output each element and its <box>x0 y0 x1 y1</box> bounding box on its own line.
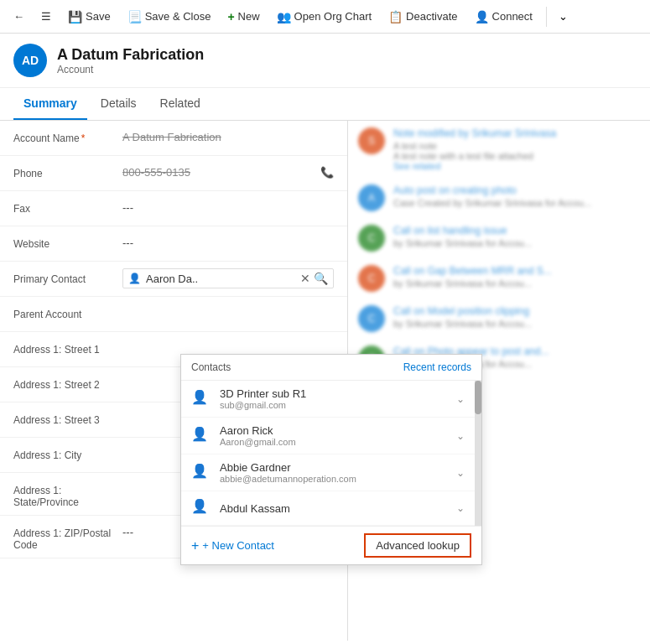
activity-item-0: S Note modified by Srikumar Srinivasa A … <box>358 127 640 171</box>
value-website: --- <box>122 233 334 249</box>
field-parent-account: Parent Account <box>0 297 347 332</box>
contact-icon-2: 👤 <box>191 463 211 483</box>
contacts-label: Contacts <box>191 361 231 373</box>
new-button[interactable]: + New <box>221 7 266 27</box>
deactivate-button[interactable]: 📋 Deactivate <box>382 7 464 27</box>
contact-name-1: Aaron Rick <box>220 424 456 437</box>
tab-summary[interactable]: Summary <box>13 88 87 120</box>
record-title: A Datum Fabrication <box>57 46 204 64</box>
lookup-search-button[interactable]: 🔍 <box>314 272 328 285</box>
value-parent-account <box>122 304 334 307</box>
contact-icon-0: 👤 <box>191 389 211 409</box>
activity-title-3: Call on Gap Between MRR and S... <box>393 265 640 277</box>
contact-item-3[interactable]: 👤 Abdul Kassam ⌄ <box>181 491 475 526</box>
label-state: Address 1:State/Province <box>13 480 122 508</box>
activity-avatar-1: A <box>358 184 385 211</box>
expand-icon-0[interactable]: ⌄ <box>456 393 465 405</box>
activity-title-1: Auto post on creating photo <box>393 184 640 196</box>
contact-lookup-icon: 👤 <box>128 273 141 284</box>
field-website: Website --- <box>0 226 347 262</box>
activity-desc-0: A test note <box>393 141 640 151</box>
activity-item-4: C Call on Model position clipping by Sri… <box>358 305 640 332</box>
phone-icon[interactable]: 📞 <box>320 163 334 179</box>
advanced-lookup-button[interactable]: Advanced lookup <box>364 533 471 558</box>
value-account-name: A Datum Fabrication <box>122 127 334 143</box>
label-account-name: Account Name* <box>13 127 122 144</box>
contact-item-1[interactable]: 👤 Aaron Rick Aaron@gmail.com ⌄ <box>181 418 475 454</box>
label-parent-account: Parent Account <box>13 304 122 320</box>
primary-contact-value: Aaron Da.. <box>146 273 300 285</box>
toolbar-divider <box>546 7 547 27</box>
contact-email-2: abbie@adetumannoperation.com <box>220 474 456 484</box>
label-city: Address 1: City <box>13 444 122 461</box>
toolbar: ← ☰ 💾 Save 📃 Save & Close + New 👥 Open O… <box>0 0 650 34</box>
record-info: A Datum Fabrication Account <box>57 46 204 75</box>
lookup-clear-button[interactable]: ✕ <box>300 272 310 285</box>
value-address-street-1 <box>122 339 334 342</box>
activity-item-1: A Auto post on creating photo Case Creat… <box>358 184 640 211</box>
tab-related[interactable]: Related <box>150 88 211 120</box>
field-fax: Fax --- <box>0 191 347 226</box>
contact-info-1: Aaron Rick Aaron@gmail.com <box>220 424 456 447</box>
contact-name-0: 3D Printer sub R1 <box>220 387 456 400</box>
field-primary-contact: Primary Contact 👤 Aaron Da.. ✕ 🔍 <box>0 262 347 297</box>
activity-desc-3: by Srikumar Srinivasa for Accou... <box>393 278 640 288</box>
new-contact-plus-icon: + <box>191 538 199 553</box>
back-button[interactable]: ← <box>7 7 31 26</box>
expand-icon-1[interactable]: ⌄ <box>456 430 465 442</box>
activity-title-0: Note modified by Srikumar Srinivasa <box>393 127 640 139</box>
org-chart-button[interactable]: 👥 Open Org Chart <box>270 7 379 27</box>
dropdown-footer: + + New Contact Advanced lookup <box>181 526 481 564</box>
view-button[interactable]: ☰ <box>34 7 58 26</box>
label-zip: Address 1: ZIP/Postal Code <box>13 522 122 551</box>
required-marker: * <box>81 132 86 144</box>
contact-name-3: Abdul Kassam <box>220 502 456 515</box>
activity-title-2: Call on list handling issue <box>393 225 640 236</box>
label-address-street-1: Address 1: Street 1 <box>13 339 122 356</box>
activity-desc-1: Case Created by Srikumar Srinivasa for A… <box>393 198 640 208</box>
label-phone: Phone <box>13 163 122 179</box>
contact-item-2[interactable]: 👤 Abbie Gardner abbie@adetumannoperation… <box>181 454 475 491</box>
contact-icon-1: 👤 <box>191 426 211 446</box>
activity-link-0[interactable]: See related <box>393 161 640 171</box>
toolbar-more-button[interactable]: ⌄ <box>554 7 573 26</box>
value-fax: --- <box>122 198 334 214</box>
activity-item-2: C Call on list handling issue by Srikuma… <box>358 225 640 252</box>
save-icon: 💾 <box>68 10 82 23</box>
expand-icon-3[interactable]: ⌄ <box>456 502 465 514</box>
contact-email-0: sub@gmail.com <box>220 400 456 410</box>
contact-info-0: 3D Printer sub R1 sub@gmail.com <box>220 387 456 410</box>
activity-body-3: Call on Gap Between MRR and S... by Srik… <box>393 265 640 292</box>
record-subtitle: Account <box>57 64 204 75</box>
contact-info-2: Abbie Gardner abbie@adetumannoperation.c… <box>220 461 456 484</box>
recent-records-label[interactable]: Recent records <box>403 361 471 373</box>
activity-avatar-4: C <box>358 305 385 332</box>
label-website: Website <box>13 233 122 250</box>
connect-icon: 👤 <box>475 10 489 23</box>
save-button[interactable]: 💾 Save <box>61 7 117 27</box>
back-icon: ← <box>13 10 24 23</box>
activity-body-0: Note modified by Srikumar Srinivasa A te… <box>393 127 640 171</box>
avatar: AD <box>13 44 47 77</box>
field-phone: Phone 800-555-0135 📞 <box>0 156 347 191</box>
expand-icon-2[interactable]: ⌄ <box>456 467 465 479</box>
contact-item-0[interactable]: 👤 3D Printer sub R1 sub@gmail.com ⌄ <box>181 381 475 418</box>
activity-body-2: Call on list handling issue by Srikumar … <box>393 225 640 252</box>
activity-body-1: Auto post on creating photo Case Created… <box>393 184 640 211</box>
label-fax: Fax <box>13 198 122 215</box>
org-chart-icon: 👥 <box>277 10 291 23</box>
new-icon: + <box>227 10 234 23</box>
activity-item-3: C Call on Gap Between MRR and S... by Sr… <box>358 265 640 292</box>
activity-avatar-3: C <box>358 265 385 292</box>
new-contact-button[interactable]: + + New Contact <box>191 538 274 553</box>
primary-contact-lookup[interactable]: 👤 Aaron Da.. ✕ 🔍 <box>122 268 334 288</box>
contact-dropdown: Contacts Recent records 👤 3D Printer sub… <box>180 354 482 565</box>
record-header: AD A Datum Fabrication Account <box>0 34 650 88</box>
view-icon: ☰ <box>41 10 51 23</box>
dropdown-header: Contacts Recent records <box>181 355 481 381</box>
connect-button[interactable]: 👤 Connect <box>468 7 539 27</box>
tab-details[interactable]: Details <box>91 88 147 120</box>
contact-icon-3: 👤 <box>191 498 211 518</box>
label-primary-contact: Primary Contact <box>13 268 122 285</box>
save-close-button[interactable]: 📃 Save & Close <box>121 7 218 27</box>
